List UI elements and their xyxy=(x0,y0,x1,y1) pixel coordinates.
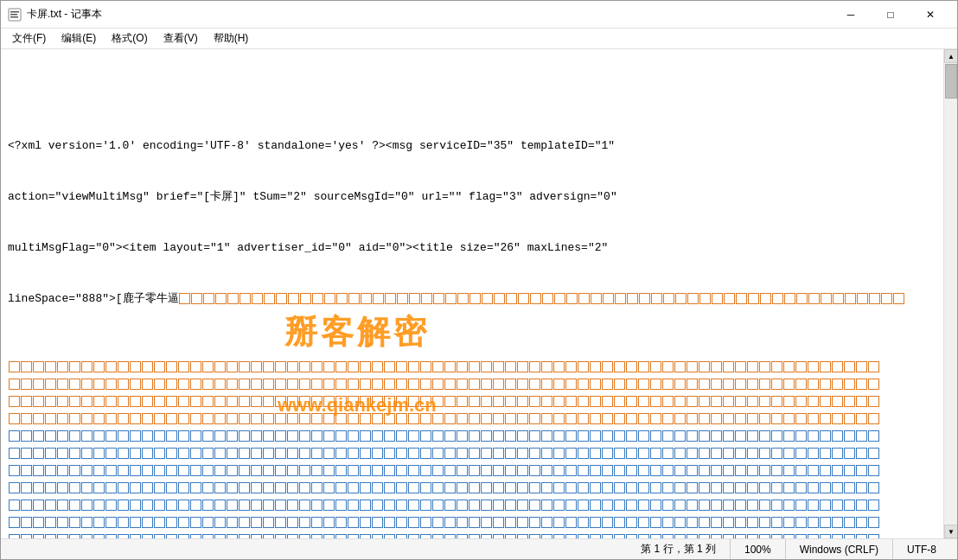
notepad-window: 卡屏.txt - 记事本 ─ □ ✕ 文件(F) 编辑(E) 格式(O) 查看(… xyxy=(0,0,958,560)
scrollbar[interactable]: ▲ ▼ xyxy=(943,49,957,538)
menu-bar: 文件(F) 编辑(E) 格式(O) 查看(V) 帮助(H) xyxy=(1,29,957,49)
square-row xyxy=(8,480,936,496)
window-controls: ─ □ ✕ xyxy=(831,1,950,29)
square-row xyxy=(8,359,936,375)
xml-line-1: <?xml version='1.0' encoding='UTF-8' sta… xyxy=(8,137,936,155)
window-title: 卡屏.txt - 记事本 xyxy=(27,7,831,22)
square-row xyxy=(8,376,936,392)
menu-view[interactable]: 查看(V) xyxy=(156,29,206,48)
status-zoom: 100% xyxy=(731,539,786,559)
menu-edit[interactable]: 编辑(E) xyxy=(54,29,104,48)
menu-format[interactable]: 格式(O) xyxy=(104,29,155,48)
status-encoding: UTF-8 xyxy=(893,539,950,559)
scroll-down-button[interactable]: ▼ xyxy=(944,525,957,538)
square-row xyxy=(8,428,936,444)
app-icon xyxy=(8,8,22,22)
square-row xyxy=(8,410,936,427)
status-position: 第 1 行，第 1 列 xyxy=(8,539,731,559)
svg-rect-3 xyxy=(10,16,18,18)
scroll-up-button[interactable]: ▲ xyxy=(944,49,957,63)
xml-line-3: multiMsgFlag="0"><item layout="1" advert… xyxy=(8,239,936,257)
xml-line-4: lineSpace="888">[鹿子零牛逼 xyxy=(8,290,936,308)
title-bar: 卡屏.txt - 记事本 ─ □ ✕ xyxy=(1,1,957,29)
square-row xyxy=(8,462,936,479)
scrollbar-thumb[interactable] xyxy=(945,64,957,99)
svg-rect-1 xyxy=(10,11,19,13)
close-button[interactable]: ✕ xyxy=(910,1,950,29)
minimize-button[interactable]: ─ xyxy=(831,1,871,29)
menu-file[interactable]: 文件(F) xyxy=(4,29,54,48)
square-row xyxy=(8,514,936,531)
square-row xyxy=(8,531,936,538)
scrollbar-space xyxy=(944,99,957,525)
xml-line-2: action="viewMultiMsg" brief="[卡屏]" tSum=… xyxy=(8,188,936,206)
status-line-ending: Windows (CRLF) xyxy=(786,539,893,559)
maximize-button[interactable]: □ xyxy=(871,1,910,29)
menu-help[interactable]: 帮助(H) xyxy=(206,29,257,48)
square-row xyxy=(8,393,936,410)
text-editor[interactable]: 掰客解密 www.qiankejm.cn <?xml version='1.0'… xyxy=(1,49,943,538)
content-area: 掰客解密 www.qiankejm.cn <?xml version='1.0'… xyxy=(1,49,957,538)
square-rows xyxy=(8,359,936,538)
watermark-line1: 掰客解密 xyxy=(278,308,437,357)
square-row xyxy=(8,497,936,513)
svg-rect-2 xyxy=(10,14,17,16)
square-row xyxy=(8,445,936,461)
status-bar: 第 1 行，第 1 列 100% Windows (CRLF) UTF-8 xyxy=(1,538,957,559)
